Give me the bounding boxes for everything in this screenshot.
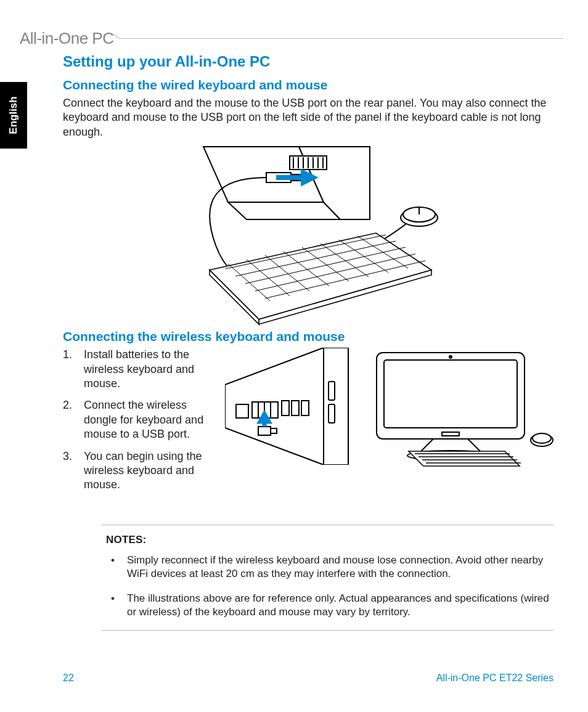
paragraph-wired: Connect the keyboard and the mouse to th… (63, 96, 553, 139)
figure-dongle-insert (225, 348, 354, 465)
svg-point-45 (449, 356, 452, 358)
notes-item: Simply reconnect if the wireless keyboar… (106, 554, 551, 581)
svg-marker-41 (260, 414, 269, 422)
series-label: All-in-One PC ET22 Series (436, 673, 553, 684)
svg-rect-39 (271, 428, 277, 433)
page-title: Setting up your All-in-One PC (63, 53, 553, 70)
svg-rect-29 (329, 404, 335, 423)
page-footer: 22 All-in-One PC ET22 Series (63, 673, 553, 684)
figure-wireless-setup (359, 348, 557, 471)
svg-rect-28 (329, 382, 335, 400)
header-rule (120, 38, 563, 39)
step-item: Install batteries to the wireless keyboa… (63, 348, 220, 391)
svg-rect-46 (442, 432, 459, 436)
step-item: You can begin using the wireless keyboar… (63, 449, 220, 493)
page-number: 22 (63, 673, 74, 684)
section-wireless-row: Install batteries to the wireless keyboa… (63, 348, 553, 500)
notes-label: NOTES: (106, 534, 551, 546)
step-item: Connect the wireless dongle for keyboard… (63, 398, 220, 441)
header-title: All-in-One PC (0, 29, 120, 48)
language-tab: English (0, 82, 27, 149)
svg-point-52 (533, 433, 551, 443)
notes-list: Simply reconnect if the wireless keyboar… (106, 554, 551, 619)
svg-rect-37 (301, 401, 309, 415)
svg-rect-38 (258, 427, 271, 435)
svg-rect-36 (292, 401, 299, 415)
ordered-steps: Install batteries to the wireless keyboa… (63, 348, 220, 493)
notes-item: The illustrations above are for referenc… (106, 592, 551, 619)
figure-wired-connection (166, 141, 450, 325)
svg-marker-11 (303, 173, 313, 182)
section-heading-wired: Connecting the wired keyboard and mouse (63, 78, 553, 92)
svg-rect-43 (384, 360, 517, 428)
section-heading-wireless: Connecting the wireless keyboard and mou… (63, 329, 553, 344)
svg-rect-35 (282, 401, 289, 415)
page-header: All-in-One PC (0, 29, 588, 47)
notes-block: NOTES: Simply reconnect if the wireless … (101, 525, 553, 631)
svg-rect-30 (236, 404, 248, 418)
language-label: English (7, 96, 20, 134)
page-content: Setting up your All-in-One PC Connecting… (63, 53, 553, 631)
